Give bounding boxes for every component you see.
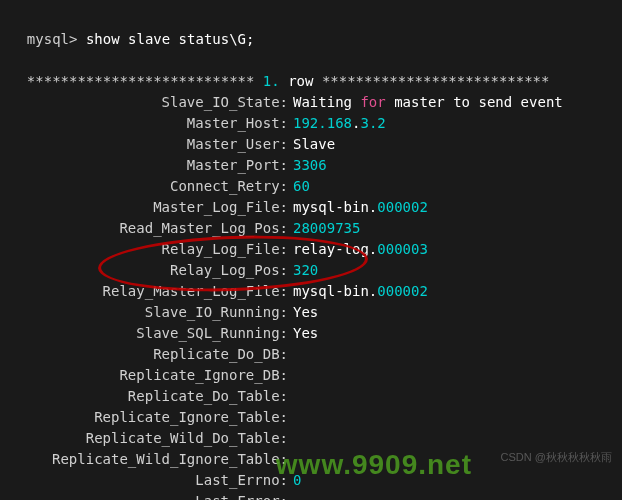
mysql-prompt: mysql> [27,31,86,47]
field-value: mysql-bin.000002 [288,281,428,302]
field-label: Master_User: [10,134,288,155]
field-label: Master_Port: [10,155,288,176]
field-value: Slave [288,134,335,155]
field-value [288,365,293,386]
field-label: Replicate_Do_DB: [10,344,288,365]
field-value: 192.168.3.2 [288,113,386,134]
status-row: Replicate_Do_Table: [10,386,612,407]
field-label: Connect_Retry: [10,176,288,197]
field-label: Master_Host: [10,113,288,134]
field-label: Slave_IO_Running: [10,302,288,323]
field-label: Last_Errno: [10,470,288,491]
status-row: Relay_Master_Log_File:mysql-bin.000002 [10,281,612,302]
field-value [288,407,293,428]
status-row: Slave_IO_State:Waiting for master to sen… [10,92,612,113]
field-value: relay-log.000003 [288,239,428,260]
field-value: 320 [288,260,318,281]
mysql-prompt-line: mysql> show slave status\G; [10,8,612,50]
status-row: Last_Error: [10,491,612,500]
field-value: Yes [288,302,318,323]
status-row: Master_Log_File:mysql-bin.000002 [10,197,612,218]
status-row: Master_Port:3306 [10,155,612,176]
field-value: 60 [288,176,310,197]
field-value: Yes [288,323,318,344]
field-value: 28009735 [288,218,360,239]
field-value: 3306 [288,155,327,176]
field-label: Replicate_Ignore_DB: [10,365,288,386]
field-value [288,386,293,407]
row-header: *************************** 1. row *****… [10,50,612,92]
field-value [288,491,293,500]
field-label: Replicate_Wild_Do_Table: [10,428,288,449]
row-num: 1. [254,73,288,89]
status-row: Relay_Log_File:relay-log.000003 [10,239,612,260]
field-value: Waiting for master to send event [288,92,563,113]
field-label: Last_Error: [10,491,288,500]
field-value [288,344,293,365]
status-row: Relay_Log_Pos:320 [10,260,612,281]
site-watermark: www.9909.net [276,444,472,486]
field-label: Relay_Master_Log_File: [10,281,288,302]
field-label: Slave_IO_State: [10,92,288,113]
status-row: Replicate_Do_DB: [10,344,612,365]
row-text: row [288,73,322,89]
csdn-watermark: CSDN @秋秋秋秋秋雨 [501,449,612,466]
status-row: Master_User:Slave [10,134,612,155]
field-label: Read_Master_Log_Pos: [10,218,288,239]
row-stars2: *************************** [322,73,550,89]
field-value: mysql-bin.000002 [288,197,428,218]
field-label: Replicate_Do_Table: [10,386,288,407]
status-fields: Slave_IO_State:Waiting for master to sen… [10,92,612,500]
mysql-command: show slave status\G; [86,31,255,47]
field-label: Slave_SQL_Running: [10,323,288,344]
status-row: Connect_Retry:60 [10,176,612,197]
field-label: Master_Log_File: [10,197,288,218]
field-label: Relay_Log_File: [10,239,288,260]
field-label: Relay_Log_Pos: [10,260,288,281]
status-row: Replicate_Ignore_Table: [10,407,612,428]
status-row: Slave_SQL_Running:Yes [10,323,612,344]
field-label: Replicate_Wild_Ignore_Table: [10,449,288,470]
status-row: Master_Host:192.168.3.2 [10,113,612,134]
status-row: Read_Master_Log_Pos:28009735 [10,218,612,239]
status-row: Slave_IO_Running:Yes [10,302,612,323]
row-stars1: *************************** [27,73,255,89]
status-row: Replicate_Ignore_DB: [10,365,612,386]
field-label: Replicate_Ignore_Table: [10,407,288,428]
